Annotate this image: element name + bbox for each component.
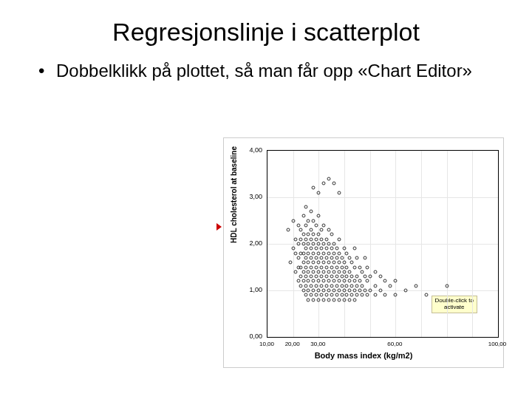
data-point bbox=[340, 284, 344, 287]
data-point bbox=[317, 214, 321, 218]
data-point bbox=[373, 284, 377, 287]
data-point bbox=[304, 205, 308, 208]
data-point bbox=[340, 265, 344, 269]
data-point bbox=[327, 298, 331, 301]
data-point bbox=[352, 289, 356, 293]
x-axis-ticks: 10,0020,0030,0060,00100,00 bbox=[267, 338, 497, 348]
data-point bbox=[301, 242, 305, 246]
data-point bbox=[317, 233, 321, 236]
data-point bbox=[345, 284, 349, 287]
data-point bbox=[383, 293, 387, 297]
chart-panel[interactable]: HDL cholesterol at baseline Double-click… bbox=[223, 137, 504, 368]
data-point bbox=[327, 289, 331, 293]
data-point bbox=[332, 261, 336, 265]
data-point bbox=[350, 275, 354, 279]
data-point bbox=[355, 275, 359, 279]
data-point bbox=[309, 228, 313, 232]
data-point bbox=[350, 293, 354, 297]
data-point bbox=[332, 289, 336, 293]
data-point bbox=[309, 293, 313, 297]
data-point bbox=[327, 251, 331, 255]
data-point bbox=[404, 289, 408, 293]
data-point bbox=[343, 247, 347, 250]
data-point bbox=[355, 256, 359, 259]
data-point bbox=[322, 298, 326, 301]
bullet-item: Dobbelklikk på plottet, så man får opp «… bbox=[38, 60, 497, 82]
data-point bbox=[327, 270, 331, 273]
data-point bbox=[314, 284, 318, 287]
data-point bbox=[314, 265, 318, 269]
data-point bbox=[345, 265, 349, 269]
data-point bbox=[347, 298, 351, 301]
data-point bbox=[319, 265, 323, 269]
data-point bbox=[294, 237, 298, 241]
data-point bbox=[307, 233, 310, 236]
data-point bbox=[366, 265, 369, 269]
data-point bbox=[330, 247, 333, 250]
data-point bbox=[338, 270, 341, 273]
data-point bbox=[352, 279, 356, 283]
data-point bbox=[343, 261, 347, 265]
data-point bbox=[294, 251, 298, 255]
data-point bbox=[301, 251, 305, 255]
data-point bbox=[332, 270, 336, 273]
data-point bbox=[309, 209, 313, 213]
data-point bbox=[338, 251, 341, 255]
data-point bbox=[294, 270, 298, 273]
data-point bbox=[340, 293, 344, 297]
data-point bbox=[361, 293, 364, 297]
data-point bbox=[445, 284, 449, 287]
data-point bbox=[312, 186, 316, 190]
data-point bbox=[327, 261, 331, 265]
data-point bbox=[317, 251, 321, 255]
data-point bbox=[322, 223, 326, 227]
data-point bbox=[291, 219, 295, 222]
data-point bbox=[324, 284, 328, 287]
data-point bbox=[299, 265, 303, 269]
data-point bbox=[324, 275, 328, 279]
data-point bbox=[299, 228, 303, 232]
data-point bbox=[361, 284, 364, 287]
data-point bbox=[415, 284, 418, 287]
data-point bbox=[338, 237, 341, 241]
marker-triangle-icon bbox=[216, 223, 222, 231]
data-point bbox=[296, 223, 300, 227]
data-point bbox=[345, 293, 349, 297]
data-point bbox=[312, 251, 316, 255]
data-point bbox=[352, 298, 356, 301]
data-point bbox=[307, 251, 310, 255]
data-point bbox=[373, 293, 377, 297]
data-point bbox=[307, 261, 310, 265]
data-point bbox=[343, 298, 347, 301]
data-point bbox=[314, 237, 318, 241]
data-point bbox=[358, 265, 361, 269]
data-point bbox=[319, 275, 323, 279]
data-point bbox=[322, 261, 326, 265]
data-point bbox=[307, 289, 310, 293]
data-point bbox=[335, 256, 338, 259]
plot-area[interactable]: Double-click to activate bbox=[267, 150, 499, 338]
x-tick: 20,00 bbox=[285, 341, 300, 347]
data-point bbox=[330, 293, 333, 297]
data-point bbox=[383, 279, 387, 283]
data-point bbox=[312, 233, 316, 236]
data-point bbox=[301, 270, 305, 273]
data-point bbox=[335, 247, 338, 250]
data-point bbox=[347, 270, 351, 273]
data-point bbox=[322, 279, 326, 283]
data-point bbox=[317, 279, 321, 283]
data-point bbox=[343, 289, 347, 293]
data-point bbox=[347, 289, 351, 293]
data-point bbox=[352, 265, 356, 269]
data-point bbox=[286, 228, 290, 232]
data-point bbox=[338, 289, 341, 293]
data-point bbox=[345, 251, 349, 255]
x-tick: 100,00 bbox=[488, 341, 506, 347]
data-point bbox=[317, 298, 321, 301]
data-point bbox=[327, 228, 331, 232]
data-point bbox=[317, 289, 321, 293]
y-tick: 1,00 bbox=[236, 286, 262, 293]
data-point bbox=[312, 289, 316, 293]
data-point bbox=[304, 275, 308, 279]
data-point bbox=[319, 228, 323, 232]
